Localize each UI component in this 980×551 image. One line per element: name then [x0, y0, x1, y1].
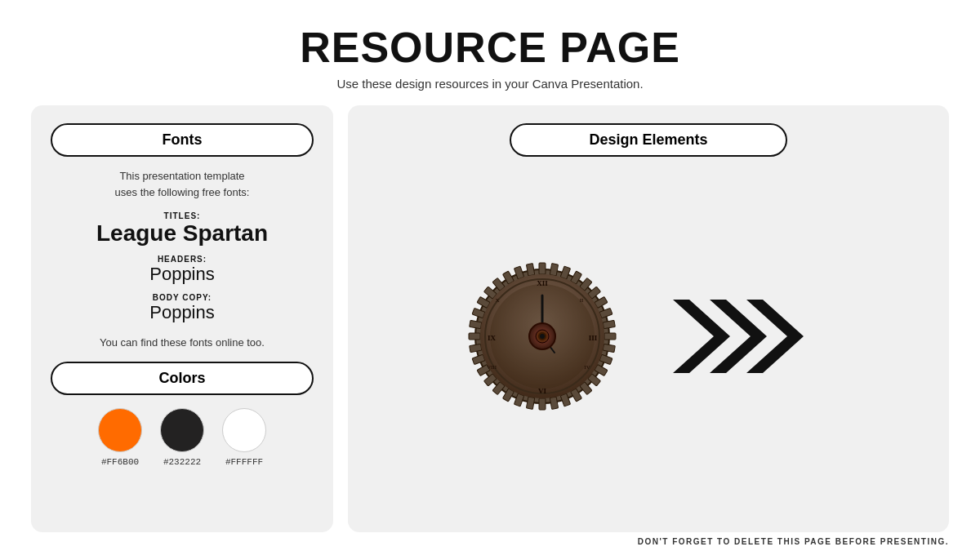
color-swatches: #FF6B00 #232222 #FFFFFF — [51, 408, 314, 467]
body-font-label: BODY COPY: — [51, 293, 314, 302]
svg-rect-1 — [539, 263, 546, 274]
swatch-label-dark: #232222 — [163, 457, 201, 467]
swatch-circle-dark — [160, 408, 204, 452]
swatch-circle-orange — [98, 408, 142, 452]
title-font-entry: TITLES: League Spartan — [51, 211, 314, 247]
svg-text:IX: IX — [488, 334, 497, 342]
fonts-label: Fonts — [163, 131, 203, 148]
swatch-label-orange: #FF6B00 — [101, 457, 139, 467]
swatch-label-white: #FFFFFF — [225, 457, 263, 467]
svg-text:III: III — [589, 334, 598, 342]
page-subtitle: Use these design resources in your Canva… — [0, 77, 980, 91]
design-elements-label-box: Design Elements — [510, 123, 787, 157]
page-header: RESOURCE PAGE Use these design resources… — [0, 0, 980, 100]
svg-text:X: X — [495, 297, 499, 304]
body-font-name: Poppins — [51, 302, 314, 323]
colors-label: Colors — [158, 370, 205, 386]
svg-rect-2 — [550, 264, 558, 276]
header-font-name: Poppins — [51, 264, 314, 285]
svg-rect-28 — [469, 333, 480, 340]
svg-rect-9 — [603, 320, 615, 328]
svg-rect-27 — [470, 344, 482, 352]
fonts-description: This presentation template uses the foll… — [51, 168, 314, 200]
arrows-svg — [673, 300, 836, 373]
colors-label-box: Colors — [51, 362, 314, 395]
svg-point-54 — [540, 334, 545, 339]
header-font-entry: HEADERS: Poppins — [51, 255, 314, 285]
body-font-entry: BODY COPY: Poppins — [51, 293, 314, 323]
page-title: RESOURCE PAGE — [0, 23, 980, 72]
svg-rect-19 — [539, 398, 546, 410]
svg-marker-55 — [673, 300, 730, 373]
svg-rect-29 — [470, 320, 482, 328]
title-font-label: TITLES: — [51, 211, 314, 220]
svg-rect-10 — [604, 333, 616, 340]
main-content: Fonts This presentation template uses th… — [0, 105, 980, 532]
fonts-label-box: Fonts — [51, 123, 314, 157]
footer-note: Don't forget to delete this page before … — [0, 532, 980, 551]
svg-text:VIII: VIII — [487, 364, 497, 371]
svg-text:IV: IV — [584, 364, 590, 371]
svg-rect-11 — [603, 344, 615, 352]
svg-text:XII: XII — [537, 279, 548, 287]
svg-text:II: II — [580, 297, 584, 304]
svg-text:VI: VI — [538, 387, 546, 395]
fonts-link-text: You can find these fonts online too. — [51, 336, 314, 349]
design-elements-content: XII III VI IX II IV X VIII — [368, 157, 929, 516]
title-font-name: League Spartan — [51, 220, 314, 247]
right-panel: Design Elements — [348, 105, 949, 532]
svg-rect-18 — [550, 397, 558, 409]
swatch-white: #FFFFFF — [222, 408, 266, 467]
swatch-dark: #232222 — [160, 408, 204, 467]
gear-clock-icon: XII III VI IX II IV X VIII — [461, 255, 624, 418]
swatch-circle-white — [222, 408, 266, 452]
left-panel: Fonts This presentation template uses th… — [31, 105, 333, 532]
svg-rect-20 — [526, 397, 534, 409]
triple-arrow-icon — [673, 300, 836, 373]
swatch-orange: #FF6B00 — [98, 408, 142, 467]
header-font-label: HEADERS: — [51, 255, 314, 264]
svg-rect-36 — [526, 264, 534, 276]
design-elements-label: Design Elements — [589, 131, 707, 148]
